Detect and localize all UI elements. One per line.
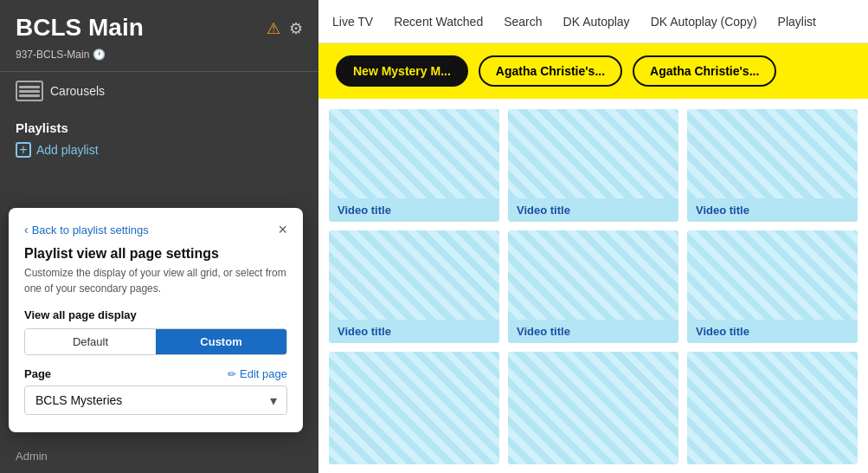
view-all-label: View all page display (24, 308, 287, 321)
video-card[interactable]: Video title (329, 230, 499, 343)
header-icons: ⚠ ⚙ (267, 19, 303, 38)
back-label: Back to playlist settings (32, 224, 149, 236)
yellow-banner: New Mystery M... Agatha Christie's... Ag… (318, 43, 868, 99)
subtitle-text: 937-BCLS-Main (16, 49, 89, 61)
add-playlist-label: Add playlist (36, 143, 99, 157)
sidebar: BCLS Main ⚠ ⚙ 937-BCLS-Main 🕐 Carousels … (0, 0, 318, 473)
video-thumbnail (329, 230, 499, 320)
modal-back-row: ‹ Back to playlist settings × (24, 222, 287, 237)
video-title: Video title (508, 198, 678, 222)
video-card[interactable] (687, 352, 858, 464)
video-thumbnail (508, 109, 678, 198)
video-thumbnail (687, 230, 858, 320)
clock-icon: 🕐 (93, 49, 106, 61)
nav-recent-watched[interactable]: Recent Watched (394, 11, 483, 32)
nav-live-tv[interactable]: Live TV (332, 11, 373, 32)
video-thumbnail (329, 109, 499, 198)
video-card[interactable]: Video title (687, 109, 858, 222)
toggle-custom[interactable]: Custom (156, 329, 286, 354)
modal-popup: ‹ Back to playlist settings × Playlist v… (9, 208, 303, 432)
content-area: New Mystery M... Agatha Christie's... Ag… (318, 43, 868, 473)
carousels-icon (16, 81, 43, 101)
warning-icon[interactable]: ⚠ (267, 19, 280, 38)
pill-agatha-1[interactable]: Agatha Christie's... (479, 55, 622, 87)
back-to-playlist-link[interactable]: ‹ Back to playlist settings (24, 223, 149, 236)
video-card[interactable]: Video title (508, 230, 678, 343)
add-playlist-button[interactable]: + Add playlist (16, 142, 303, 158)
admin-label: Admin (16, 450, 48, 463)
video-title: Video title (508, 320, 678, 343)
video-grid: Video title Video title Video title Vide (318, 99, 868, 473)
nav-dk-autoplay-copy[interactable]: DK Autoplay (Copy) (651, 11, 757, 32)
nav-dk-autoplay[interactable]: DK Autoplay (563, 11, 630, 32)
subtitle-row: 937-BCLS-Main 🕐 (0, 49, 318, 71)
video-title: Video title (687, 198, 858, 222)
settings-icon[interactable]: ⚙ (289, 19, 303, 38)
main-content: Live TV Recent Watched Search DK Autopla… (318, 0, 868, 473)
modal-description: Customize the display of your view all g… (24, 265, 287, 296)
page-row: Page ✏ Edit page (24, 367, 287, 380)
top-nav: Live TV Recent Watched Search DK Autopla… (318, 0, 868, 43)
video-thumbnail (329, 352, 499, 464)
page-select-wrapper: BCLS Mysteries (24, 386, 287, 415)
nav-playlist[interactable]: Playlist (778, 11, 816, 32)
modal-close-button[interactable]: × (278, 222, 287, 237)
pill-agatha-2[interactable]: Agatha Christie's... (633, 55, 776, 87)
video-card[interactable]: Video title (508, 109, 678, 222)
pill-new-mystery[interactable]: New Mystery M... (336, 55, 468, 87)
edit-page-label: Edit page (240, 367, 287, 380)
chevron-left-icon: ‹ (24, 223, 29, 236)
view-all-toggle: Default Custom (24, 328, 287, 355)
playlists-section: Playlists + Add playlist (0, 110, 318, 163)
page-label: Page (24, 367, 51, 380)
sidebar-header: BCLS Main ⚠ ⚙ (0, 0, 318, 49)
video-title: Video title (329, 198, 499, 222)
video-thumbnail (687, 109, 858, 198)
carousels-row[interactable]: Carousels (0, 71, 318, 110)
add-playlist-icon: + (16, 142, 31, 158)
edit-icon: ✏ (228, 368, 236, 380)
video-card[interactable]: Video title (687, 230, 858, 343)
video-card[interactable]: Video title (329, 109, 499, 222)
modal-title: Playlist view all page settings (24, 246, 287, 262)
playlists-title: Playlists (16, 120, 303, 135)
video-title: Video title (687, 320, 858, 343)
video-card[interactable] (508, 352, 678, 464)
video-thumbnail (687, 352, 858, 464)
video-card[interactable] (329, 352, 499, 464)
app-title: BCLS Main (16, 14, 144, 42)
toggle-default[interactable]: Default (25, 329, 156, 354)
video-thumbnail (508, 230, 678, 320)
nav-search[interactable]: Search (504, 11, 542, 32)
edit-page-link[interactable]: ✏ Edit page (228, 367, 287, 380)
video-thumbnail (508, 352, 678, 464)
video-title: Video title (329, 320, 499, 343)
carousels-label: Carousels (50, 84, 105, 98)
page-select[interactable]: BCLS Mysteries (24, 386, 287, 415)
